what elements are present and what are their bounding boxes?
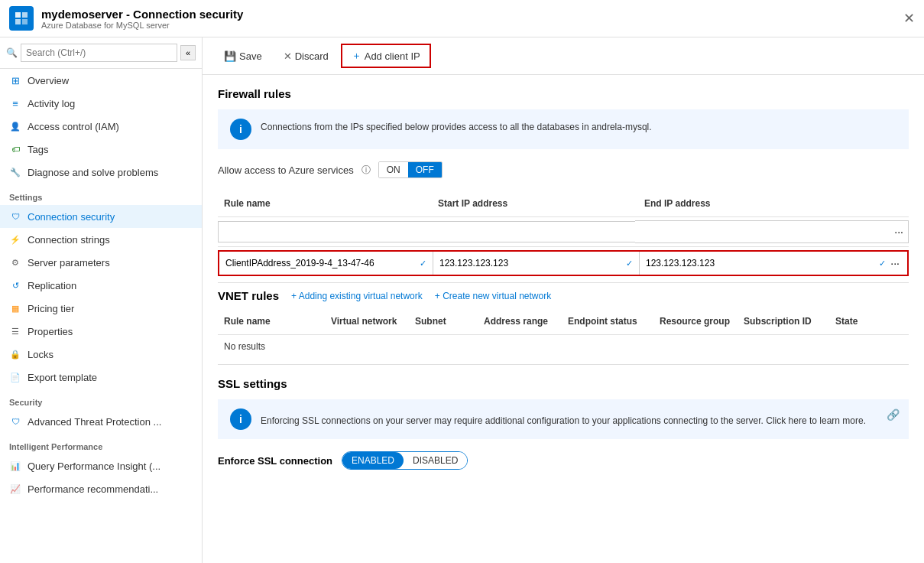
sidebar-label-query-performance: Query Performance Insight (...: [28, 460, 160, 472]
title-text: mydemoserver - Connection security Azure…: [41, 8, 243, 30]
save-icon: 💾: [224, 50, 236, 62]
create-new-vnet-link[interactable]: + Create new virtual network: [435, 291, 551, 301]
server-parameters-icon: ⚙: [9, 256, 21, 268]
ssl-enabled-option[interactable]: ENABLED: [342, 452, 404, 469]
query-performance-icon: 📊: [9, 460, 21, 472]
overview-icon: ⊞: [9, 74, 21, 86]
pricing-tier-icon: ▦: [9, 302, 21, 314]
rule-name-input[interactable]: [219, 252, 433, 275]
access-control-icon: 👤: [9, 120, 21, 132]
security-section-label: Security: [0, 389, 202, 410]
sidebar-item-properties[interactable]: ☰ Properties: [0, 320, 202, 343]
settings-section-label: Settings: [0, 184, 202, 205]
ssl-info-icon: i: [230, 408, 251, 430]
vnet-th-state: State: [829, 313, 909, 330]
sidebar-label-activity-log: Activity log: [28, 98, 75, 109]
vnet-table-header: Rule name Virtual network Subnet Address…: [218, 308, 909, 335]
sidebar-search-input[interactable]: [21, 44, 177, 62]
end-ip-input[interactable]: [640, 252, 907, 275]
sidebar-item-tags[interactable]: 🏷 Tags: [0, 138, 202, 161]
activity-log-icon: ≡: [9, 97, 21, 109]
sidebar-item-server-parameters[interactable]: ⚙ Server parameters: [0, 251, 202, 274]
section-divider-1: [218, 282, 909, 283]
search-icon: 🔍: [6, 47, 18, 58]
sidebar-label-connection-strings: Connection strings: [28, 234, 110, 246]
empty-row-more-button[interactable]: ···: [890, 223, 908, 241]
performance-rec-icon: 📈: [9, 483, 21, 495]
vnet-th-subscription-id: Subscription ID: [738, 313, 829, 330]
diagnose-icon: 🔧: [9, 166, 21, 178]
advanced-threat-icon: 🛡: [9, 415, 21, 428]
sidebar-item-pricing-tier[interactable]: ▦ Pricing tier: [0, 297, 202, 320]
sidebar-label-diagnose: Diagnose and solve problems: [28, 167, 158, 178]
vnet-th-endpoint-status: Endpoint status: [562, 313, 653, 330]
th-start-ip: Start IP address: [432, 195, 638, 212]
sidebar-item-export-template[interactable]: 📄 Export template: [0, 366, 202, 389]
sidebar-item-overview[interactable]: ⊞ Overview: [0, 69, 202, 92]
sidebar-item-advanced-threat[interactable]: 🛡 Advanced Threat Protection ...: [0, 410, 202, 433]
ssl-enforce-toggle[interactable]: ENABLED DISABLED: [342, 451, 468, 470]
sidebar-item-access-control[interactable]: 👤 Access control (IAM): [0, 115, 202, 138]
vnet-header: VNET rules + Adding existing virtual net…: [218, 289, 909, 302]
window-title: mydemoserver - Connection security: [41, 8, 243, 21]
discard-icon: ✕: [284, 50, 292, 62]
add-client-ip-icon: ＋: [352, 49, 361, 63]
svg-rect-2: [15, 19, 21, 24]
title-bar-left: mydemoserver - Connection security Azure…: [9, 6, 243, 31]
connection-strings-icon: ⚡: [9, 233, 21, 246]
sidebar-item-replication[interactable]: ↺ Replication: [0, 274, 202, 297]
sidebar-collapse-button[interactable]: «: [180, 45, 196, 60]
vnet-th-resource-group: Resource group: [653, 313, 738, 330]
intelligent-performance-section-label: Intelligent Performance: [0, 433, 202, 454]
ssl-section: SSL settings i Enforcing SSL connections…: [218, 377, 909, 470]
discard-button[interactable]: ✕ Discard: [274, 47, 338, 66]
sidebar-label-connection-security: Connection security: [28, 211, 115, 223]
sidebar-label-overview: Overview: [28, 75, 69, 86]
add-existing-vnet-link[interactable]: + Adding existing virtual network: [291, 291, 423, 301]
vnet-th-virtual-network: Virtual network: [325, 313, 409, 330]
allow-azure-toggle[interactable]: ON OFF: [378, 161, 443, 178]
close-button[interactable]: ✕: [903, 10, 915, 27]
sidebar-item-connection-strings[interactable]: ⚡ Connection strings: [0, 228, 202, 251]
allow-azure-toggle-row: Allow access to Azure services ⓘ ON OFF: [218, 161, 909, 178]
section-divider-2: [218, 364, 909, 365]
highlighted-row-more-button[interactable]: ···: [886, 254, 904, 272]
empty-start-ip-input[interactable]: [430, 221, 635, 242]
save-button[interactable]: 💾 Save: [215, 47, 271, 66]
sidebar-item-connection-security[interactable]: 🛡 Connection security: [0, 205, 202, 228]
ssl-disabled-option[interactable]: DISABLED: [404, 452, 467, 469]
replication-icon: ↺: [9, 279, 21, 291]
add-client-ip-button[interactable]: ＋ Add client IP: [341, 44, 431, 68]
vnet-th-subnet: Subnet: [409, 313, 478, 330]
export-template-icon: 📄: [9, 371, 21, 383]
start-ip-cell: ✓: [433, 252, 640, 275]
sidebar: 🔍 « ⊞ Overview ≡ Activity log 👤 Access c…: [0, 37, 203, 563]
sidebar-item-performance-rec[interactable]: 📈 Performance recommendati...: [0, 477, 202, 500]
sidebar-item-query-performance[interactable]: 📊 Query Performance Insight (...: [0, 454, 202, 477]
sidebar-item-diagnose[interactable]: 🔧 Diagnose and solve problems: [0, 161, 202, 184]
empty-end-ip-input[interactable]: [635, 221, 890, 242]
sidebar-label-server-parameters: Server parameters: [28, 257, 110, 268]
app-icon: [9, 6, 34, 31]
properties-icon: ☰: [9, 325, 21, 337]
toggle-off[interactable]: OFF: [408, 162, 442, 177]
firewall-table-header: Rule name Start IP address End IP addres…: [218, 190, 909, 217]
sidebar-label-locks: Locks: [28, 349, 53, 360]
vnet-th-rule-name: Rule name: [218, 313, 325, 330]
ssl-settings-title: SSL settings: [218, 377, 909, 390]
sidebar-label-properties: Properties: [28, 326, 73, 337]
start-ip-input[interactable]: [433, 252, 639, 275]
enforce-ssl-label: Enforce SSL connection: [218, 455, 332, 467]
info-icon: i: [230, 119, 251, 140]
th-end-ip: End IP address: [638, 195, 909, 212]
ssl-info-text: Enforcing SSL connections on your server…: [261, 412, 866, 426]
sidebar-item-activity-log[interactable]: ≡ Activity log: [0, 92, 202, 115]
sidebar-label-advanced-threat: Advanced Threat Protection ...: [28, 416, 161, 428]
sidebar-item-locks[interactable]: 🔒 Locks: [0, 343, 202, 366]
toggle-on[interactable]: ON: [379, 162, 408, 177]
locks-icon: 🔒: [9, 348, 21, 360]
empty-rule-name-input[interactable]: [218, 221, 430, 242]
window-subtitle: Azure Database for MySQL server: [41, 21, 243, 30]
end-ip-check-icon: ✓: [879, 259, 886, 268]
main-layout: 🔍 « ⊞ Overview ≡ Activity log 👤 Access c…: [0, 37, 924, 563]
